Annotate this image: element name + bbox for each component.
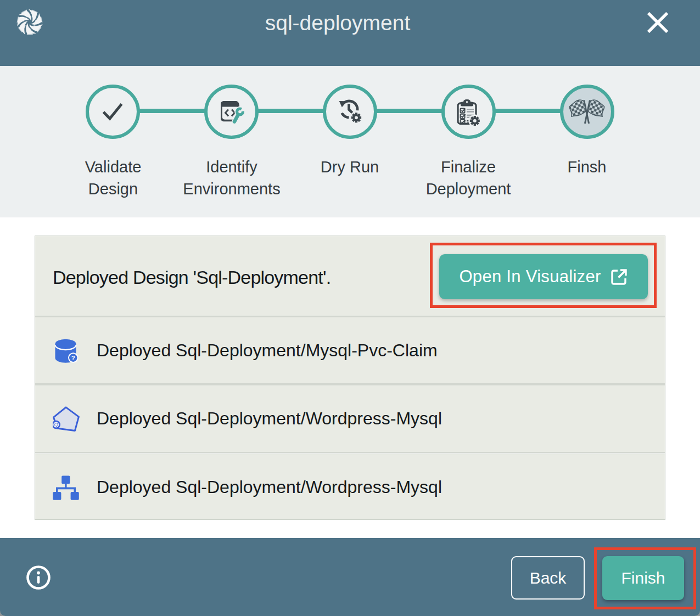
svg-text:?: ? (71, 355, 75, 361)
